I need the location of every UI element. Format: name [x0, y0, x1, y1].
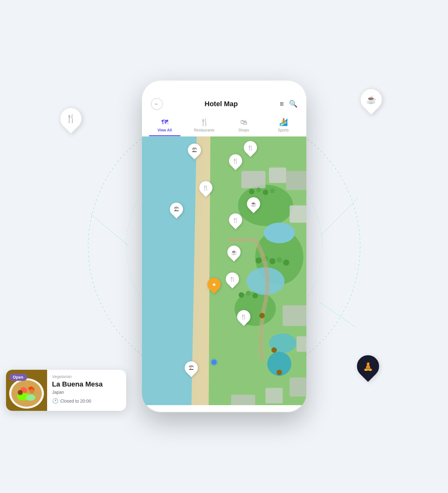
floating-pin-restaurant: 🍴: [60, 107, 82, 131]
tab-shops-label: Shops: [238, 128, 249, 132]
tab-restaurants[interactable]: 🍴 Restaurants: [185, 115, 224, 136]
svg-point-31: [238, 292, 244, 298]
fork-icon: 🍴: [203, 185, 209, 191]
tab-shops[interactable]: 🛍 Shops: [224, 115, 264, 136]
svg-point-28: [269, 258, 275, 265]
map-pin-fork-3[interactable]: 🍴: [244, 141, 257, 155]
svg-point-29: [276, 257, 282, 262]
fork-icon-3: 🍴: [247, 144, 254, 150]
list-icon[interactable]: ≡: [280, 100, 284, 108]
svg-point-22: [249, 189, 254, 194]
svg-rect-15: [286, 171, 306, 190]
svg-point-26: [255, 258, 262, 264]
fork-icon-6: 🍴: [241, 314, 247, 320]
svg-rect-13: [241, 171, 265, 188]
svg-line-3: [321, 198, 359, 235]
svg-rect-21: [231, 395, 255, 405]
umbrella-icon: ⛱: [192, 147, 197, 153]
umbrella-icon-3: ⛱: [189, 365, 194, 371]
svg-rect-17: [283, 305, 306, 326]
map-area[interactable]: ⛱ 🍴 🍴: [142, 137, 306, 405]
fork-icon-2: 🍴: [232, 158, 239, 164]
star-icon: ★: [212, 282, 216, 288]
svg-point-33: [252, 293, 258, 298]
tab-view-all-label: View All: [157, 128, 172, 132]
clock-icon: 🕐: [52, 398, 58, 404]
svg-rect-18: [296, 336, 306, 352]
header-actions: ≡ 🔍: [280, 100, 298, 108]
restaurant-image: Open: [6, 370, 47, 411]
page-title: Hotel Map: [205, 100, 238, 108]
phone-frame: ← Hotel Map ≡ 🔍 🗺 View All 🍴 Restaurants: [142, 81, 306, 412]
tab-bar: 🗺 View All 🍴 Restaurants 🛍 Shops 🏄 Sport…: [142, 115, 306, 137]
back-button[interactable]: ←: [151, 98, 163, 110]
sports-icon: 🏄: [279, 118, 288, 126]
svg-point-30: [283, 259, 289, 266]
svg-point-34: [259, 313, 265, 318]
info-card[interactable]: Open Vegetarian La Buena Mesa Japan 🕐 Cl…: [6, 370, 126, 411]
map-pin-umbrella-2[interactable]: ⛱: [170, 203, 183, 217]
map-pin-selected[interactable]: ★: [207, 278, 221, 292]
search-icon[interactable]: 🔍: [289, 100, 298, 108]
floating-pin-spa: 🧘: [357, 355, 379, 379]
svg-rect-14: [269, 167, 286, 183]
map-pin-umbrella-3[interactable]: ⛱: [185, 361, 198, 376]
map-pin-coffee-2[interactable]: ☕: [227, 246, 241, 260]
shops-icon: 🛍: [240, 118, 247, 126]
coffee-icon-1: ☕: [250, 201, 257, 207]
svg-rect-19: [290, 378, 306, 397]
tab-view-all[interactable]: 🗺 View All: [145, 115, 185, 136]
svg-point-35: [271, 347, 277, 353]
map-pin-coffee-1[interactable]: ☕: [247, 197, 260, 212]
coffee-icon-2: ☕: [231, 249, 237, 255]
restaurant-name: La Buena Mesa: [52, 380, 121, 388]
map-pin-fork-2[interactable]: 🍴: [229, 154, 242, 169]
restaurant-location: Japan: [52, 390, 121, 395]
svg-point-23: [256, 187, 261, 192]
restaurant-category: Vegetarian: [52, 374, 121, 379]
map-pin-fork-1[interactable]: 🍴: [199, 181, 212, 196]
svg-rect-16: [290, 205, 306, 222]
svg-point-24: [263, 190, 268, 195]
spa-icon: 🧘: [363, 362, 373, 371]
map-pin-fork-6[interactable]: 🍴: [237, 310, 250, 325]
view-all-icon: 🗺: [161, 118, 168, 126]
umbrella-icon-2: ⛱: [174, 206, 179, 212]
tab-sports[interactable]: 🏄 Sports: [264, 115, 303, 136]
info-card-content: Vegetarian La Buena Mesa Japan 🕐 Closed …: [47, 370, 126, 411]
restaurant-hours: 🕐 Closed to 20:00: [52, 398, 121, 404]
coffee-icon: ☕: [366, 95, 376, 105]
tab-restaurants-label: Restaurants: [194, 128, 215, 132]
svg-point-32: [246, 291, 250, 295]
svg-point-41: [26, 394, 35, 401]
scene: 🍴 ☕ 🧘 ← Hotel Map ≡ 🔍: [50, 25, 398, 468]
svg-point-25: [270, 189, 274, 193]
open-badge: Open: [9, 374, 27, 381]
svg-rect-20: [265, 388, 282, 404]
svg-line-2: [90, 213, 129, 246]
fork-icon-5: 🍴: [229, 276, 236, 282]
map-pin-fork-4[interactable]: 🍴: [229, 213, 242, 228]
map-pin-fork-5[interactable]: 🍴: [226, 272, 239, 287]
fork-icon-4: 🍴: [232, 217, 239, 223]
fork-knife-icon: 🍴: [66, 114, 76, 124]
app-header: ← Hotel Map ≡ 🔍: [142, 81, 306, 115]
svg-point-9: [264, 222, 295, 243]
svg-point-42: [18, 390, 23, 395]
back-arrow-icon: ←: [154, 101, 159, 107]
svg-point-43: [30, 389, 34, 393]
svg-line-4: [319, 302, 355, 327]
map-pin-umbrella-1[interactable]: ⛱: [188, 143, 201, 158]
floating-pin-coffee: ☕: [360, 88, 382, 113]
svg-point-36: [276, 370, 282, 375]
user-location-dot: [212, 360, 217, 365]
restaurant-time-label: Closed to 20:00: [60, 399, 91, 404]
restaurants-icon: 🍴: [200, 118, 209, 126]
tab-sports-label: Sports: [278, 128, 289, 132]
